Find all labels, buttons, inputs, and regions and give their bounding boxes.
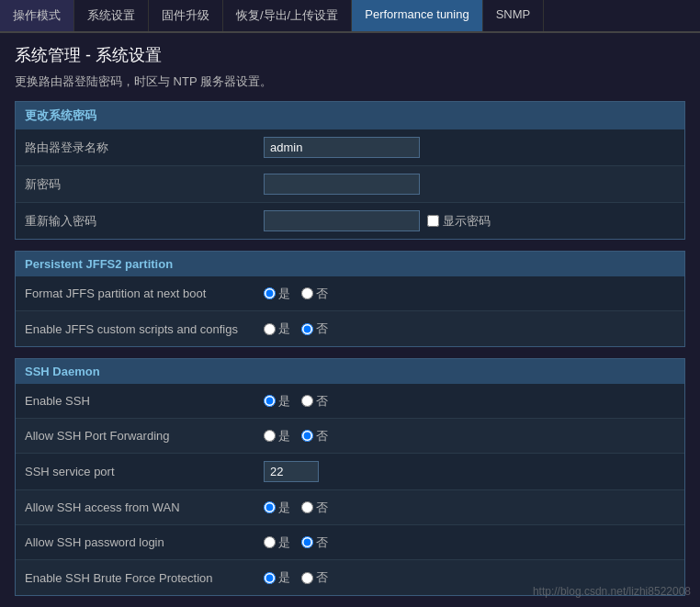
nav-item-restore-export[interactable]: 恢复/导出/上传设置 bbox=[223, 0, 352, 31]
enable-ssh-brute-force-label: Enable SSH Brute Force Protection bbox=[25, 571, 264, 585]
nav-item-operation-mode[interactable]: 操作模式 bbox=[0, 0, 74, 31]
enable-ssh-row: Enable SSH 是 否 bbox=[16, 384, 684, 419]
page-title: 系统管理 - 系统设置 bbox=[15, 44, 685, 66]
new-password-label: 新密码 bbox=[25, 176, 264, 193]
enable-ssh-brute-force-yes-label: 是 bbox=[278, 569, 290, 586]
allow-ssh-password-login-no-option[interactable]: 否 bbox=[301, 534, 328, 551]
allow-ssh-wan-yes-radio[interactable] bbox=[264, 501, 276, 513]
format-jffs-row: Format JFFS partition at next boot 是 否 bbox=[16, 276, 684, 311]
enable-jffs-custom-no-label: 否 bbox=[316, 320, 328, 337]
watermark: http://blog.csdn.net/lizhi8522008 bbox=[533, 585, 691, 598]
enable-ssh-no-label: 否 bbox=[316, 393, 328, 410]
format-jffs-yes-radio[interactable] bbox=[264, 287, 276, 299]
allow-ssh-wan-no-label: 否 bbox=[316, 500, 328, 516]
enable-ssh-brute-force-control: 是 否 bbox=[264, 569, 675, 586]
show-password-text: 显示密码 bbox=[443, 213, 491, 230]
enable-jffs-custom-yes-label: 是 bbox=[278, 320, 290, 337]
confirm-password-label: 重新输入密码 bbox=[25, 213, 264, 230]
nav-item-performance-tuning[interactable]: Performance tuning bbox=[352, 0, 482, 31]
allow-ssh-port-forwarding-row: Allow SSH Port Forwarding 是 否 bbox=[16, 419, 684, 454]
enable-jffs-custom-no-option[interactable]: 否 bbox=[301, 320, 328, 337]
page-description: 更换路由器登陆密码，时区与 NTP 服务器设置。 bbox=[15, 73, 685, 90]
enable-jffs-custom-no-radio[interactable] bbox=[301, 323, 313, 335]
enable-ssh-brute-force-yes-option[interactable]: 是 bbox=[264, 569, 290, 586]
confirm-password-control: 显示密码 bbox=[264, 210, 675, 231]
enable-ssh-brute-force-no-option[interactable]: 否 bbox=[301, 569, 328, 586]
allow-ssh-wan-no-option[interactable]: 否 bbox=[301, 500, 328, 516]
jffs2-section-header: Persistent JFFS2 partition bbox=[16, 252, 684, 276]
new-password-row: 新密码 bbox=[16, 166, 684, 203]
allow-ssh-wan-control: 是 否 bbox=[264, 500, 675, 516]
ssh-service-port-row: SSH service port bbox=[16, 454, 684, 490]
enable-jffs-custom-control: 是 否 bbox=[264, 320, 675, 337]
enable-ssh-no-option[interactable]: 否 bbox=[301, 393, 328, 410]
enable-jffs-custom-label: Enable JFFS custom scripts and configs bbox=[25, 322, 264, 336]
ssh-service-port-label: SSH service port bbox=[25, 465, 264, 478]
format-jffs-yes-option[interactable]: 是 bbox=[264, 286, 290, 302]
password-section-header: 更改系统密码 bbox=[16, 102, 684, 129]
allow-ssh-password-login-radio-group: 是 否 bbox=[264, 534, 328, 551]
navigation-bar: 操作模式 系统设置 固件升级 恢复/导出/上传设置 Performance tu… bbox=[0, 0, 700, 33]
allow-ssh-password-login-yes-radio[interactable] bbox=[264, 536, 276, 548]
allow-ssh-wan-radio-group: 是 否 bbox=[264, 500, 328, 516]
enable-ssh-brute-force-no-label: 否 bbox=[316, 569, 328, 586]
allow-ssh-port-forwarding-yes-option[interactable]: 是 bbox=[264, 428, 290, 444]
enable-jffs-custom-yes-radio[interactable] bbox=[264, 323, 276, 335]
ssh-service-port-control bbox=[264, 461, 675, 482]
show-password-checkbox[interactable] bbox=[427, 215, 439, 227]
allow-ssh-port-forwarding-no-label: 否 bbox=[316, 428, 328, 444]
enable-ssh-yes-radio[interactable] bbox=[264, 395, 276, 407]
allow-ssh-port-forwarding-no-radio[interactable] bbox=[301, 430, 313, 442]
nav-item-snmp[interactable]: SNMP bbox=[483, 0, 545, 31]
format-jffs-label: Format JFFS partition at next boot bbox=[25, 287, 264, 300]
ssh-section: SSH Daemon Enable SSH 是 否 Allow SSH Port… bbox=[15, 358, 685, 596]
allow-ssh-port-forwarding-no-option[interactable]: 否 bbox=[301, 428, 328, 444]
router-login-name-control bbox=[264, 137, 675, 158]
allow-ssh-port-forwarding-radio-group: 是 否 bbox=[264, 428, 328, 444]
enable-ssh-brute-force-no-radio[interactable] bbox=[301, 572, 313, 584]
enable-ssh-radio-group: 是 否 bbox=[264, 393, 328, 410]
show-password-label[interactable]: 显示密码 bbox=[427, 213, 491, 230]
new-password-input[interactable] bbox=[264, 174, 420, 195]
allow-ssh-wan-no-radio[interactable] bbox=[301, 501, 313, 513]
router-login-name-row: 路由器登录名称 bbox=[16, 129, 684, 166]
allow-ssh-password-login-no-radio[interactable] bbox=[301, 536, 313, 548]
allow-ssh-password-login-control: 是 否 bbox=[264, 534, 675, 551]
password-section: 更改系统密码 路由器登录名称 新密码 重新输入密码 显示密码 bbox=[15, 101, 685, 240]
format-jffs-no-label: 否 bbox=[316, 286, 328, 302]
format-jffs-no-radio[interactable] bbox=[301, 287, 313, 299]
allow-ssh-password-login-yes-option[interactable]: 是 bbox=[264, 534, 290, 551]
allow-ssh-port-forwarding-yes-radio[interactable] bbox=[264, 430, 276, 442]
ssh-section-header: SSH Daemon bbox=[16, 359, 684, 384]
allow-ssh-password-login-no-label: 否 bbox=[316, 534, 328, 551]
confirm-password-row: 重新输入密码 显示密码 bbox=[16, 203, 684, 239]
new-password-control bbox=[264, 174, 675, 195]
enable-jffs-custom-radio-group: 是 否 bbox=[264, 320, 328, 337]
allow-ssh-password-login-label: Allow SSH password login bbox=[25, 535, 264, 549]
enable-ssh-control: 是 否 bbox=[264, 393, 675, 410]
enable-ssh-brute-force-yes-radio[interactable] bbox=[264, 572, 276, 584]
enable-jffs-custom-row: Enable JFFS custom scripts and configs 是… bbox=[16, 311, 684, 346]
confirm-password-input[interactable] bbox=[264, 210, 420, 231]
allow-ssh-password-login-yes-label: 是 bbox=[278, 534, 290, 551]
format-jffs-no-option[interactable]: 否 bbox=[301, 286, 328, 302]
enable-jffs-custom-yes-option[interactable]: 是 bbox=[264, 320, 290, 337]
allow-ssh-wan-label: Allow SSH access from WAN bbox=[25, 500, 264, 514]
format-jffs-radio-group: 是 否 bbox=[264, 286, 328, 302]
allow-ssh-port-forwarding-control: 是 否 bbox=[264, 428, 675, 444]
allow-ssh-wan-row: Allow SSH access from WAN 是 否 bbox=[16, 490, 684, 525]
ssh-service-port-input[interactable] bbox=[264, 461, 319, 482]
allow-ssh-port-forwarding-label: Allow SSH Port Forwarding bbox=[25, 429, 264, 443]
nav-item-firmware-upgrade[interactable]: 固件升级 bbox=[149, 0, 223, 31]
enable-ssh-yes-label: 是 bbox=[278, 393, 290, 410]
router-login-name-input[interactable] bbox=[264, 137, 420, 158]
jffs2-section: Persistent JFFS2 partition Format JFFS p… bbox=[15, 251, 685, 347]
enable-ssh-no-radio[interactable] bbox=[301, 395, 313, 407]
nav-item-system-settings[interactable]: 系统设置 bbox=[74, 0, 149, 31]
enable-ssh-yes-option[interactable]: 是 bbox=[264, 393, 290, 410]
allow-ssh-password-login-row: Allow SSH password login 是 否 bbox=[16, 525, 684, 560]
format-jffs-control: 是 否 bbox=[264, 286, 675, 302]
enable-ssh-label: Enable SSH bbox=[25, 394, 264, 408]
allow-ssh-wan-yes-label: 是 bbox=[278, 500, 290, 516]
allow-ssh-wan-yes-option[interactable]: 是 bbox=[264, 500, 290, 516]
